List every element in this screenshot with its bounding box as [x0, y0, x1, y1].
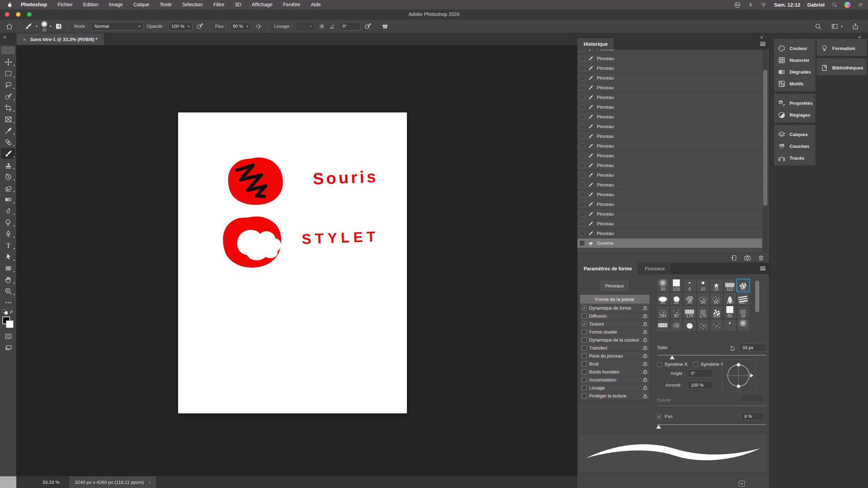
brush-preset-tile[interactable]: 25	[670, 292, 683, 306]
brush-option-row[interactable]: Bords humides	[580, 368, 650, 376]
share-icon[interactable]	[852, 23, 859, 30]
history-row[interactable]: Pinceau	[577, 180, 762, 190]
zoom-tool[interactable]	[0, 285, 16, 297]
brush-option-checkbox[interactable]	[582, 313, 587, 318]
brush-preset-tile[interactable]	[670, 319, 683, 332]
size-slider[interactable]	[657, 355, 766, 356]
brush-option-row[interactable]: Dynamique de la couleur	[580, 336, 650, 344]
brush-preset-tile[interactable]: 25	[710, 279, 723, 292]
brush-preset-tile[interactable]: 50	[723, 305, 737, 319]
brush-preset-tile[interactable]	[723, 319, 737, 332]
brush-preset-tile[interactable]: 10	[696, 279, 710, 292]
brush-preset-tile[interactable]: 8	[683, 279, 696, 292]
pressure-size-icon[interactable]	[364, 23, 372, 30]
history-source-checkbox[interactable]	[579, 143, 585, 149]
menu-3d[interactable]: 3D	[229, 0, 247, 9]
unlock-icon[interactable]	[643, 345, 648, 350]
history-source-checkbox[interactable]	[579, 104, 585, 110]
brush-tool[interactable]	[0, 148, 16, 159]
brush-tool-icon[interactable]	[25, 23, 32, 30]
history-row[interactable]: Pinceau	[577, 161, 762, 170]
history-source-checkbox[interactable]	[579, 75, 585, 81]
menu-bar-clock[interactable]: Sam. 12:12	[774, 2, 800, 8]
slider-thumb[interactable]	[670, 355, 675, 359]
history-row[interactable]: Pinceau	[577, 190, 762, 200]
history-source-checkbox[interactable]	[579, 134, 585, 139]
history-row[interactable]: Pinceau	[577, 132, 762, 141]
brush-preset-tile[interactable]: 16	[736, 305, 750, 319]
bluetooth-icon[interactable]	[748, 2, 753, 8]
menu-bar-user[interactable]: Gabriel	[807, 2, 825, 8]
tip-shape-header[interactable]: Forme de la pointe	[580, 295, 650, 304]
brush-preset-tile[interactable]: 123	[670, 279, 683, 292]
home-icon[interactable]	[6, 23, 13, 30]
dock-item-nuancier[interactable]: Nuancier	[774, 54, 816, 66]
dock-item-dégradés[interactable]: Dégradés	[774, 66, 816, 78]
dock-item-couleur[interactable]: Couleur	[774, 42, 816, 54]
screen-mode-button[interactable]	[0, 342, 16, 353]
brush-preset-tile[interactable]: 60	[710, 292, 723, 306]
symmetry-butterfly-icon[interactable]	[381, 23, 389, 30]
unlock-icon[interactable]	[643, 337, 648, 342]
menu-fenêtre[interactable]: Fenêtre	[278, 0, 306, 9]
brush-preset-tile[interactable]: 306	[710, 305, 723, 319]
gradient-tool[interactable]	[0, 194, 16, 205]
brush-preset-tile[interactable]: 112	[723, 279, 737, 292]
history-brush-tool[interactable]	[0, 171, 16, 182]
new-snapshot-camera-icon[interactable]	[744, 254, 751, 261]
dock-item-réglages[interactable]: Réglages	[774, 109, 816, 121]
history-row[interactable]: Pinceau	[577, 209, 762, 219]
brush-preset-tile[interactable]: 284	[656, 305, 670, 319]
history-row[interactable]: Pinceau	[577, 73, 762, 83]
gear-icon[interactable]	[318, 23, 325, 30]
ellipsis-tool[interactable]	[0, 297, 16, 308]
dock-item-couches[interactable]: Couches	[774, 140, 816, 152]
preset-grid-scrollbar[interactable]	[755, 279, 759, 331]
history-row[interactable]: Pinceau	[577, 54, 762, 64]
chevron-down-icon[interactable]: ▾	[36, 24, 37, 28]
brush-preset-picker[interactable]: 33	[41, 21, 48, 32]
brush-option-checkbox[interactable]	[582, 305, 587, 310]
collapse-toolbar-icon[interactable]: »	[3, 34, 7, 40]
history-source-checkbox[interactable]	[579, 211, 585, 217]
dock-item-bibliothèques[interactable]: Bibliothèques	[817, 62, 867, 74]
brush-option-checkbox[interactable]	[582, 377, 587, 382]
brush-option-checkbox[interactable]	[582, 329, 587, 334]
notification-center-icon[interactable]	[858, 2, 864, 8]
history-row[interactable]: Pinceau	[577, 141, 762, 151]
apple-menu-icon[interactable]	[7, 2, 13, 8]
brush-option-row[interactable]: Lissage	[580, 384, 650, 392]
brush-option-row[interactable]: Texture	[580, 320, 650, 328]
menu-fichier[interactable]: Fichier	[52, 0, 78, 9]
brush-preset-tile[interactable]: 175	[696, 305, 710, 319]
history-source-checkbox[interactable]	[579, 85, 585, 90]
menu-texte[interactable]: Texte	[155, 0, 177, 9]
search-icon[interactable]	[815, 23, 822, 30]
brush-preset-tile[interactable]: 30	[656, 279, 670, 292]
brush-option-row[interactable]: Transfert	[580, 344, 650, 352]
collapse-dock-icon[interactable]: »	[858, 34, 861, 40]
dock-item-formation[interactable]: Formation	[817, 42, 867, 54]
symmetry-x-checkbox[interactable]	[657, 362, 662, 367]
swap-colors-icon[interactable]: ⇄	[0, 309, 16, 316]
background-color-swatch[interactable]	[6, 320, 14, 328]
marquee-tool[interactable]	[0, 68, 16, 79]
document-tab[interactable]: × Sans titre-1 @ 33,3% (RVB/8) *	[17, 33, 104, 45]
wifi-icon[interactable]	[760, 2, 767, 8]
history-source-checkbox[interactable]	[579, 66, 585, 71]
history-source-checkbox[interactable]	[579, 231, 585, 236]
brush-option-row[interactable]: Bruit	[580, 360, 650, 368]
history-source-checkbox[interactable]	[579, 192, 585, 197]
menu-aide[interactable]: Aide	[306, 0, 326, 9]
move-tool[interactable]	[0, 56, 16, 68]
type-tool[interactable]: T	[0, 239, 16, 251]
chevron-down-icon[interactable]: ▾	[50, 24, 51, 28]
brush-option-row[interactable]: Diffusion	[580, 312, 650, 320]
collapse-history-panel-icon[interactable]: »	[760, 34, 763, 40]
brush-preset-tile[interactable]: 50	[656, 292, 670, 306]
document-canvas[interactable]: Souris STYLET	[178, 112, 407, 413]
status-chevron-icon[interactable]: ›	[149, 480, 151, 485]
menu-image[interactable]: Image	[104, 0, 128, 9]
history-row[interactable]: Pinceau	[577, 112, 762, 122]
shape-tool[interactable]	[0, 262, 16, 274]
